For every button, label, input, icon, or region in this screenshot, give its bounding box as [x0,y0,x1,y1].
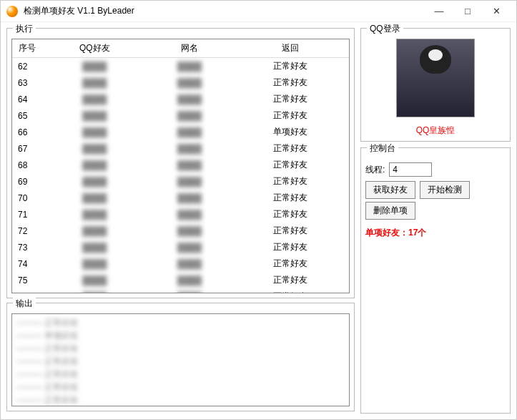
cell: 单项好友 [232,124,349,140]
app-window: 检测单项好友 V1.1 ByLeader — □ ✕ 执行 序号QQ好友网名返回… [0,0,517,420]
cell: 62 [12,58,42,75]
output-line: ——— 正常好友 [16,368,345,381]
output-box[interactable]: ——— 正常好友——— 单项好友——— 正常好友——— 正常好友——— 正常好友… [11,313,350,406]
table-row[interactable]: 75████████正常好友 [12,272,349,288]
cell: ████ [147,190,232,206]
cell: 75 [12,272,42,288]
cell: 74 [12,255,42,272]
thread-input[interactable] [389,162,432,177]
table-row[interactable]: 71████████正常好友 [12,206,349,223]
maximize-button[interactable]: □ [453,1,482,21]
cell: ████ [147,255,232,272]
cell: ████ [147,272,232,288]
cell: ████ [42,206,147,223]
cell: 正常好友 [232,272,349,288]
cell: ████ [147,124,232,140]
cell: 63 [12,74,42,91]
output-group: 输出 ——— 正常好友——— 单项好友——— 正常好友——— 正常好友——— 正… [6,303,355,411]
left-panel: 执行 序号QQ好友网名返回 62████████正常好友63████████正常… [6,28,355,414]
cell: 正常好友 [232,288,349,293]
cell: ████ [147,58,232,75]
start-detect-button[interactable]: 开始检测 [420,181,470,199]
execute-group: 执行 序号QQ好友网名返回 62████████正常好友63████████正常… [6,28,355,298]
thread-label: 线程: [365,164,385,176]
table-row[interactable]: 68████████正常好友 [12,157,349,173]
table-row[interactable]: 64████████正常好友 [12,91,349,107]
col-header-0[interactable]: 序号 [12,39,42,58]
cell: ████ [147,107,232,124]
cell: ████ [42,74,147,91]
cell: 正常好友 [232,91,349,107]
table-row[interactable]: 65████████正常好友 [12,107,349,124]
fetch-friends-button[interactable]: 获取好友 [365,181,415,199]
cell: 72 [12,223,42,239]
minimize-button[interactable]: — [425,1,453,21]
cell: ████ [147,140,232,157]
output-line: ——— 正常好友 [16,381,345,394]
table-row[interactable]: 67████████正常好友 [12,140,349,157]
cell: ████ [42,107,147,124]
cell: 64 [12,91,42,107]
output-legend: 输出 [13,298,36,310]
table-row[interactable]: 76████████正常好友 [12,288,349,293]
result-text: 单项好友：17个 [365,227,506,239]
execute-legend: 执行 [13,23,36,35]
col-header-3[interactable]: 返回 [232,39,349,58]
friend-table-wrap[interactable]: 序号QQ好友网名返回 62████████正常好友63████████正常好友6… [11,39,350,293]
table-row[interactable]: 69████████正常好友 [12,173,349,190]
cell: ████ [42,190,147,206]
cell: 71 [12,206,42,223]
friend-table: 序号QQ好友网名返回 62████████正常好友63████████正常好友6… [12,39,349,293]
cell: ████ [147,239,232,255]
cell: 73 [12,239,42,255]
output-line: ——— 正常好友 [16,317,345,329]
cell: ████ [147,223,232,239]
cell: ████ [42,124,147,140]
output-line: ——— 单项好友 [16,330,345,342]
cell: 69 [12,173,42,190]
cell: ████ [42,173,147,190]
cell: 68 [12,157,42,173]
table-row[interactable]: 70████████正常好友 [12,190,349,206]
cell: 70 [12,190,42,206]
table-row[interactable]: 74████████正常好友 [12,255,349,272]
cell: ████ [147,206,232,223]
output-line: ——— 正常好友 [16,343,345,355]
cell: 65 [12,107,42,124]
cell: ████ [42,288,147,293]
cell: ████ [42,58,147,75]
output-line: ——— 正常好友 [16,356,345,368]
table-row[interactable]: 72████████正常好友 [12,223,349,239]
delete-single-button[interactable]: 删除单项 [365,202,415,220]
cell: 66 [12,124,42,140]
cell: 正常好友 [232,190,349,206]
nickname: QQ皇族惶 [416,124,456,137]
cell: 正常好友 [232,223,349,239]
cell: ████ [42,239,147,255]
cell: ████ [42,157,147,173]
window-title: 检测单项好友 V1.1 ByLeader [24,5,425,17]
client-area: 执行 序号QQ好友网名返回 62████████正常好友63████████正常… [1,22,516,419]
cell: ████ [42,140,147,157]
cell: ████ [147,288,232,293]
cell: ████ [42,272,147,288]
cell: 正常好友 [232,239,349,255]
cell: 正常好友 [232,140,349,157]
cell: ████ [147,157,232,173]
cell: ████ [147,91,232,107]
cell: 正常好友 [232,206,349,223]
app-icon [6,6,18,17]
cell: 正常好友 [232,173,349,190]
table-row[interactable]: 66████████单项好友 [12,124,349,140]
cell: ████ [42,91,147,107]
col-header-2[interactable]: 网名 [147,39,232,58]
avatar-box: QQ皇族惶 [365,39,506,137]
table-row[interactable]: 62████████正常好友 [12,58,349,75]
col-header-1[interactable]: QQ好友 [42,39,147,58]
cell: 正常好友 [232,255,349,272]
avatar [396,39,475,117]
cell: 正常好友 [232,74,349,91]
table-row[interactable]: 63████████正常好友 [12,74,349,91]
close-button[interactable]: ✕ [482,1,511,21]
table-row[interactable]: 73████████正常好友 [12,239,349,255]
